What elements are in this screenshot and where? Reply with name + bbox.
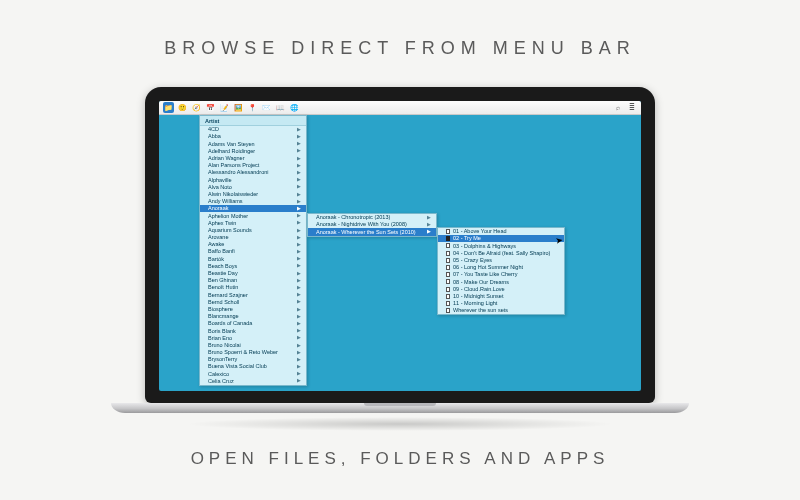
mail-icon[interactable]: ✉️	[261, 102, 272, 113]
list-item[interactable]: Awake▶	[200, 241, 306, 248]
list-item-label: Alan Parsons Project	[208, 162, 259, 169]
list-item[interactable]: Benoît Hutin▶	[200, 284, 306, 291]
list-item[interactable]: Abba▶	[200, 133, 306, 140]
maps-icon[interactable]: 📍	[247, 102, 258, 113]
list-item[interactable]: Boris Blank▶	[200, 327, 306, 334]
chevron-right-icon: ▶	[297, 299, 301, 304]
list-item[interactable]: Beach Boys▶	[200, 263, 306, 270]
list-item[interactable]: BrysonTerry▶	[200, 356, 306, 363]
list-item[interactable]: 02 - Try Me	[438, 235, 564, 242]
desktop-screen: 📁 🙂 🧭 📅 📝 🖼️ 📍 ✉️ 📖 🌐 ⌕ ≣ Artist 4CD	[159, 101, 641, 391]
document-icon	[446, 243, 450, 248]
list-item[interactable]: Anoraak - Chronotropic (2013)▶	[308, 214, 436, 221]
list-item[interactable]: Alva Noto▶	[200, 184, 306, 191]
list-item-label: 03 - Dolphins & Highways	[453, 243, 516, 250]
list-item[interactable]: Bernard Szajner▶	[200, 291, 306, 298]
list-item[interactable]: Bruno Spoerri & Reto Weber▶	[200, 349, 306, 356]
list-item[interactable]: Baffo Banfi▶	[200, 248, 306, 255]
list-item[interactable]: Alan Parsons Project▶	[200, 162, 306, 169]
menubar-app-icon[interactable]: 📁	[163, 102, 174, 113]
list-item-label: Alessandro Alessandroni	[208, 169, 269, 176]
document-icon	[446, 301, 450, 306]
list-item[interactable]: Alessandro Alessandroni▶	[200, 169, 306, 176]
photos-icon[interactable]: 🖼️	[233, 102, 244, 113]
list-item[interactable]: Aphex Twin▶	[200, 219, 306, 226]
list-item[interactable]: Aphelion Mother▶	[200, 212, 306, 219]
column-header: Artist	[200, 116, 306, 126]
list-item[interactable]: Anoraak - Nightdrive With You (2008)▶	[308, 221, 436, 228]
chevron-right-icon: ▶	[297, 127, 301, 132]
list-item[interactable]: Arovane▶	[200, 234, 306, 241]
list-item[interactable]: Andy Williams▶	[200, 198, 306, 205]
chevron-right-icon: ▶	[297, 307, 301, 312]
list-item-label: Baffo Banfi	[208, 248, 235, 255]
list-item-label: Beach Boys	[208, 263, 237, 270]
list-item[interactable]: 09 - Cloud.Rain.Love	[438, 286, 564, 293]
list-item[interactable]: 03 - Dolphins & Highways	[438, 242, 564, 249]
list-item[interactable]: Buena Vista Social Club▶	[200, 363, 306, 370]
globe-icon[interactable]: 🌐	[289, 102, 300, 113]
list-item[interactable]: 10 - Midnight Sunset	[438, 293, 564, 300]
list-item[interactable]: 11 - Morning Light	[438, 300, 564, 307]
list-item-label: Alwin Nikolaiswieder	[208, 191, 258, 198]
list-view-icon[interactable]: ≣	[626, 102, 637, 113]
list-item[interactable]: 07 - You Taste Like Cherry	[438, 271, 564, 278]
list-item[interactable]: 05 - Crazy Eyes	[438, 257, 564, 264]
list-item-label: Aphex Twin	[208, 220, 236, 227]
chevron-right-icon: ▶	[297, 156, 301, 161]
list-item-label: 04 - Don't Be Afraid (feat. Sally Shapir…	[453, 250, 550, 257]
list-item[interactable]: Bruno Nicolai▶	[200, 342, 306, 349]
list-item[interactable]: Bernd Scholl▶	[200, 299, 306, 306]
chevron-right-icon: ▶	[297, 228, 301, 233]
finder-icon[interactable]: 🙂	[177, 102, 188, 113]
chevron-right-icon: ▶	[297, 141, 301, 146]
list-item-label: 07 - You Taste Like Cherry	[453, 271, 517, 278]
headline-text: BROWSE DIRECT FROM MENU BAR	[164, 38, 636, 59]
list-item[interactable]: 01 - Above Your Head	[438, 228, 564, 235]
browse-column-albums: Anoraak - Chronotropic (2013)▶Anoraak - …	[307, 213, 437, 237]
list-item[interactable]: Beastie Day▶	[200, 270, 306, 277]
list-item[interactable]: Anoraak▶	[200, 205, 306, 212]
notes-icon[interactable]: 📝	[219, 102, 230, 113]
list-item[interactable]: Blancmange▶	[200, 313, 306, 320]
list-item[interactable]: Adams Van Steyen▶	[200, 140, 306, 147]
list-item[interactable]: Aquarium Sounds▶	[200, 227, 306, 234]
list-item-label: Anoraak - Chronotropic (2013)	[316, 214, 390, 221]
list-item[interactable]: Alphaville▶	[200, 176, 306, 183]
list-item-label: Alphaville	[208, 177, 232, 184]
laptop-base	[111, 403, 689, 413]
reader-icon[interactable]: 📖	[275, 102, 286, 113]
list-item[interactable]: Adelhard Roidinger▶	[200, 148, 306, 155]
list-item[interactable]: Celia Cruz▶	[200, 378, 306, 385]
list-item[interactable]: Calexico▶	[200, 370, 306, 377]
chevron-right-icon: ▶	[297, 220, 301, 225]
list-item[interactable]: Wherever the sun sets	[438, 307, 564, 314]
list-item[interactable]: 4CD▶	[200, 126, 306, 133]
list-item[interactable]: 04 - Don't Be Afraid (feat. Sally Shapir…	[438, 250, 564, 257]
list-item[interactable]: Alwin Nikolaiswieder▶	[200, 191, 306, 198]
document-icon	[446, 229, 450, 234]
list-item[interactable]: 08 - Make Our Dreams	[438, 278, 564, 285]
screen-bezel: 📁 🙂 🧭 📅 📝 🖼️ 📍 ✉️ 📖 🌐 ⌕ ≣ Artist 4CD	[145, 87, 655, 403]
chevron-right-icon: ▶	[297, 371, 301, 376]
list-item-label: 05 - Crazy Eyes	[453, 257, 492, 264]
safari-icon[interactable]: 🧭	[191, 102, 202, 113]
calendar-icon[interactable]: 📅	[205, 102, 216, 113]
list-item[interactable]: 06 - Long Hot Summer Night	[438, 264, 564, 271]
document-icon	[446, 308, 450, 313]
search-icon[interactable]: ⌕	[612, 102, 623, 113]
list-item-label: Aphelion Mother	[208, 213, 248, 220]
list-item[interactable]: Boards of Canada▶	[200, 320, 306, 327]
list-item-label: Adelhard Roidinger	[208, 148, 255, 155]
list-item[interactable]: Anoraak - Wherever the Sun Sets (2010)▶	[308, 228, 436, 235]
list-item[interactable]: Bartók▶	[200, 255, 306, 262]
list-item-label: Andy Williams	[208, 198, 243, 205]
list-item[interactable]: Biosphere▶	[200, 306, 306, 313]
column-body: 4CD▶Abba▶Adams Van Steyen▶Adelhard Roidi…	[200, 126, 306, 385]
list-item-label: Celia Cruz	[208, 378, 234, 385]
list-item[interactable]: Ben Ghinan▶	[200, 277, 306, 284]
chevron-right-icon: ▶	[297, 184, 301, 189]
list-item[interactable]: Brian Eno▶	[200, 334, 306, 341]
list-item[interactable]: Adrian Wagner▶	[200, 155, 306, 162]
document-icon	[446, 272, 450, 277]
